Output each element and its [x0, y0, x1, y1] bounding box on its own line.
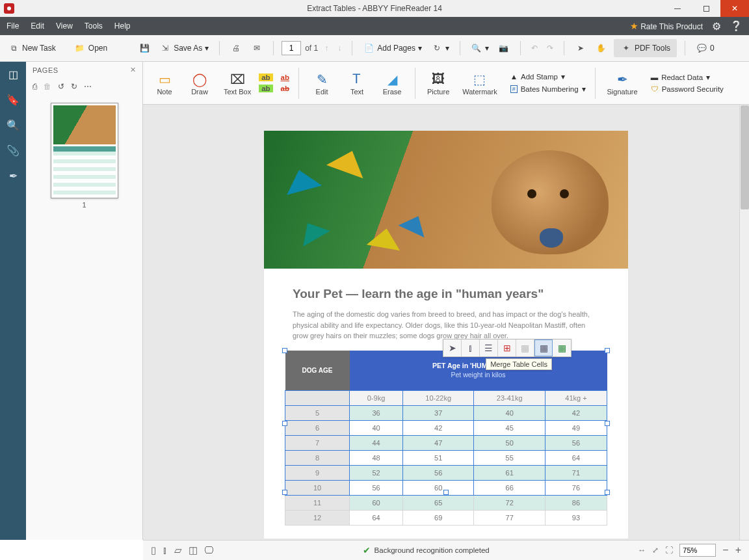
fullscreen-icon[interactable]: ⛶ [665, 546, 673, 555]
sidebar-bookmark-icon[interactable]: 🔖 [7, 94, 20, 106]
strike-tool[interactable]: ab [280, 84, 291, 93]
view-screen-icon[interactable]: 🖵 [204, 544, 214, 556]
page-up-button[interactable]: ↑ [322, 41, 331, 55]
pages-panel-close[interactable]: ✕ [130, 66, 137, 74]
picture-tool[interactable]: 🖼Picture [423, 64, 453, 102]
signature-icon: ✒ [617, 71, 628, 88]
menu-view[interactable]: View [56, 21, 73, 31]
textbox-tool[interactable]: ⌧Text Box [220, 64, 255, 102]
table-grid-icon[interactable]: ▦ [553, 340, 571, 356]
view-continuous-icon[interactable]: ⫿ [163, 544, 168, 556]
table-split-horiz-icon[interactable]: ☰ [480, 340, 498, 356]
comments-button[interactable]: 💬0 [693, 40, 717, 57]
menu-file[interactable]: File [7, 21, 19, 31]
window-title: Extract Tables - ABBYY FineReader 14 [0, 4, 749, 13]
maximize-button[interactable] [692, 0, 720, 17]
edit-tool[interactable]: ✎Edit [307, 64, 337, 102]
newtask-button[interactable]: ⧉New Task [5, 40, 59, 57]
document-canvas[interactable]: 🐕🐈DOG & CAT Your Pet — learn the age in … [143, 105, 749, 540]
note-tool[interactable]: ▭Note [150, 64, 179, 102]
redact-button[interactable]: ▬Redact Data ▾ [650, 72, 725, 83]
zoom-in-button[interactable]: + [735, 544, 741, 556]
help-icon[interactable]: ❔ [730, 20, 742, 32]
doc-paragraph: The aging of the domestic dog varies fro… [293, 309, 599, 341]
email-button[interactable]: ✉ [248, 40, 265, 57]
erase-tool[interactable]: ◢Erase [377, 64, 407, 102]
fit-width-icon[interactable]: ↔ [638, 546, 646, 555]
rotate-button[interactable]: ↻▾ [428, 40, 452, 57]
undo-button[interactable]: ↶ [529, 41, 540, 55]
fit-page-icon[interactable]: ⤢ [652, 546, 659, 555]
table-mergecells-icon[interactable]: ▦ [534, 340, 553, 356]
draw-icon: ◯ [192, 71, 207, 88]
page-down-button[interactable]: ↓ [335, 41, 344, 55]
page-delete-icon[interactable]: 🗑 [44, 82, 51, 91]
hero-image [264, 131, 628, 269]
page-of-label: of 1 [305, 44, 318, 53]
save-button[interactable]: 💾 [136, 40, 153, 57]
app-icon [4, 3, 14, 14]
watermark-tool[interactable]: ⬚Watermark [458, 64, 501, 102]
pdftools-button[interactable]: ✦PDF Tools [614, 39, 677, 57]
table-splitcell-icon[interactable]: ⊞ [498, 340, 516, 356]
menu-help[interactable]: Help [114, 21, 131, 31]
highlight-green[interactable]: ab [257, 84, 274, 93]
menu-edit[interactable]: Edit [31, 21, 44, 31]
page-number-input[interactable] [282, 41, 301, 55]
view-double-icon[interactable]: ▱ [174, 544, 182, 556]
sidebar-attachment-icon[interactable]: 📎 [7, 144, 20, 157]
pointer-icon: ➤ [575, 42, 586, 54]
addpages-button[interactable]: 📄Add Pages ▾ [360, 40, 425, 57]
zoom-select[interactable] [679, 544, 716, 557]
table-select-icon[interactable]: ➤ [443, 340, 462, 356]
highlight-yellow[interactable]: ab [257, 73, 274, 82]
table-tools-popup: ➤ ⫿ ☰ ⊞ ▦ ▦ ▦ [443, 339, 572, 357]
table-split-vert-icon[interactable]: ⫿ [462, 340, 480, 356]
rate-product[interactable]: ★ Rate This Product [630, 21, 703, 31]
table-area[interactable]: ➤ ⫿ ☰ ⊞ ▦ ▦ ▦ Merge Table Cells DOG AGE … [285, 351, 607, 526]
open-button[interactable]: 📁Open [72, 40, 110, 57]
camera-button[interactable]: 📷 [495, 40, 512, 57]
close-button[interactable]: ✕ [720, 0, 749, 17]
password-button[interactable]: 🛡Password Security [650, 85, 725, 94]
underline-tool[interactable]: ab [280, 73, 291, 82]
star-icon: ★ [630, 21, 638, 31]
sidebar-signature-icon[interactable]: ✒ [9, 170, 18, 182]
addstamp-button[interactable]: ▲Add Stamp ▾ [509, 72, 587, 82]
view-book-icon[interactable]: ◫ [189, 544, 198, 556]
print-button[interactable]: 🖨 [228, 40, 244, 57]
view-single-icon[interactable]: ▯ [151, 544, 156, 556]
search-page-button[interactable]: 🔍▾ [468, 40, 492, 57]
vertical-scrollbar[interactable] [739, 105, 749, 540]
bates-button[interactable]: #Bates Numbering ▾ [509, 84, 587, 94]
comment-icon: 💬 [696, 42, 707, 54]
sidebar-search-icon[interactable]: 🔍 [7, 119, 20, 131]
lock-icon: 🛡 [651, 85, 659, 93]
text-tool[interactable]: ᎢText [342, 64, 372, 102]
pet-age-table[interactable]: DOG AGE PET Age in 'HUMAN YEARS'Pet weig… [285, 351, 607, 526]
redo-button[interactable]: ↷ [544, 41, 556, 55]
thumb-number: 1 [26, 201, 142, 209]
sidebar-pages-icon[interactable]: ◫ [8, 68, 18, 81]
menubar: File Edit View Tools Help ★ Rate This Pr… [0, 17, 749, 35]
saveas-button[interactable]: ⇲Save As ▾ [157, 40, 211, 57]
erase-icon: ◢ [388, 71, 397, 88]
hand-button[interactable]: ✋ [593, 40, 610, 57]
pointer-button[interactable]: ➤ [572, 40, 589, 57]
page-more-icon[interactable]: ⋯ [84, 82, 92, 91]
stamp-icon: ▲ [510, 73, 518, 81]
searchpage-icon: 🔍 [471, 42, 482, 54]
zoom-out-button[interactable]: − [722, 544, 728, 556]
page-add-icon[interactable]: ⎙ [33, 82, 37, 91]
menu-tools[interactable]: Tools [85, 21, 103, 31]
signature-tool[interactable]: ✒Signature [603, 64, 642, 102]
page-rotate-left-icon[interactable]: ↺ [58, 82, 64, 91]
draw-tool[interactable]: ◯Draw [185, 64, 215, 102]
plus-doc-icon: ⧉ [8, 42, 20, 54]
settings-icon[interactable]: ⚙ [712, 20, 721, 33]
table-merge-disabled-icon[interactable]: ▦ [516, 340, 534, 356]
picture-icon: 🖼 [432, 71, 445, 88]
page-rotate-right-icon[interactable]: ↻ [71, 82, 77, 91]
minimize-button[interactable] [663, 0, 692, 17]
page-thumbnail-1[interactable] [51, 103, 118, 198]
